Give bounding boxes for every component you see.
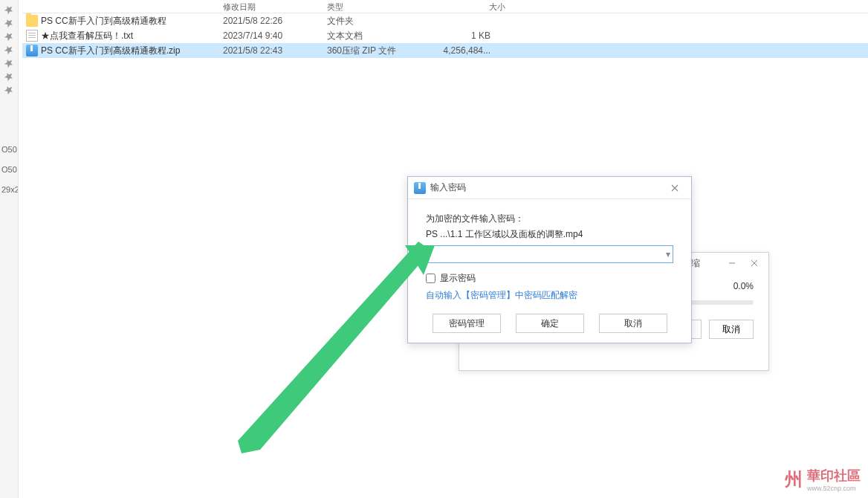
zip-icon bbox=[26, 45, 38, 56]
watermark-text: 華印社區 bbox=[807, 467, 861, 485]
dialog-titlebar[interactable]: 输入密码 bbox=[408, 177, 691, 199]
show-password-checkbox[interactable] bbox=[426, 274, 435, 283]
file-date: 2021/5/8 22:26 bbox=[223, 16, 327, 26]
close-icon bbox=[671, 184, 678, 192]
pin-icon bbox=[1, 56, 16, 71]
file-list: PS CC新手入门到高级精通教程 2021/5/8 22:26 文件夹 ★点我查… bbox=[22, 13, 868, 58]
ok-button[interactable]: 确定 bbox=[516, 314, 584, 333]
dialog-title: 输入密码 bbox=[430, 181, 466, 194]
col-header-name[interactable] bbox=[22, 0, 223, 13]
file-type: 360压缩 ZIP 文件 bbox=[327, 45, 431, 57]
pin-icon bbox=[1, 29, 16, 44]
pin-icon bbox=[1, 83, 16, 97]
arrow-annotation bbox=[234, 242, 435, 457]
sidebar-label: 29x2 bbox=[1, 185, 18, 194]
file-date: 2023/7/14 9:40 bbox=[223, 30, 327, 41]
pin-icon bbox=[1, 69, 16, 84]
cancel-button[interactable]: 取消 bbox=[599, 314, 667, 333]
file-type: 文本文档 bbox=[327, 30, 431, 42]
file-name: PS CC新手入门到高级精通教程 bbox=[41, 15, 166, 28]
file-date: 2021/5/8 22:43 bbox=[223, 45, 327, 56]
file-name: ★点我查看解压码！.txt bbox=[41, 30, 133, 42]
file-name: PS CC新手入门到高级精通教程.zip bbox=[41, 45, 180, 57]
close-button[interactable] bbox=[745, 256, 764, 271]
pin-icon bbox=[1, 16, 16, 30]
file-type: 文件夹 bbox=[327, 15, 431, 28]
file-size: 1 KB bbox=[431, 30, 505, 41]
dropdown-arrow-icon[interactable]: ▾ bbox=[666, 249, 670, 259]
password-input[interactable] bbox=[426, 245, 673, 263]
sidebar-label: O50 bbox=[1, 145, 18, 154]
quick-access-sidebar: O50 O50 29x2 bbox=[0, 0, 19, 498]
password-manage-button[interactable]: 密码管理 bbox=[433, 314, 501, 333]
zip-icon bbox=[414, 182, 426, 194]
password-dialog: 输入密码 为加密的文件输入密码： PS ...\1.1 工作区域以及面板的调整.… bbox=[407, 176, 692, 343]
show-password-checkbox-row[interactable]: 显示密码 bbox=[426, 272, 673, 285]
svg-marker-1 bbox=[238, 242, 431, 453]
auto-input-link[interactable]: 自动输入【密码管理】中密码匹配解密 bbox=[426, 289, 577, 302]
watermark-logo-icon: 州 bbox=[785, 468, 803, 491]
file-size: 4,256,484... bbox=[431, 45, 505, 56]
sidebar-label: O50 bbox=[1, 165, 18, 174]
watermark: 州 華印社區 www.52cnp.com bbox=[785, 467, 861, 492]
col-header-date[interactable]: 修改日期 bbox=[223, 0, 327, 13]
dialog-prompt: 为加密的文件输入密码： bbox=[426, 213, 673, 225]
pin-icon bbox=[1, 2, 16, 17]
minimize-button[interactable] bbox=[722, 256, 742, 271]
close-button[interactable] bbox=[664, 180, 685, 196]
show-password-label: 显示密码 bbox=[440, 272, 476, 285]
col-header-size[interactable]: 大小 bbox=[431, 0, 505, 13]
file-row[interactable]: PS CC新手入门到高级精通教程 2021/5/8 22:26 文件夹 bbox=[22, 13, 868, 28]
col-header-type[interactable]: 类型 bbox=[327, 0, 431, 13]
document-icon bbox=[26, 30, 38, 42]
watermark-url: www.52cnp.com bbox=[807, 485, 861, 492]
file-list-headers: 修改日期 类型 大小 bbox=[22, 0, 868, 13]
folder-icon bbox=[26, 15, 38, 27]
cancel-button[interactable]: 取消 bbox=[709, 320, 754, 339]
file-row[interactable]: PS CC新手入门到高级精通教程.zip 2021/5/8 22:43 360压… bbox=[22, 43, 868, 58]
pin-icon bbox=[1, 42, 16, 57]
file-row[interactable]: ★点我查看解压码！.txt 2023/7/14 9:40 文本文档 1 KB bbox=[22, 28, 868, 43]
dialog-filepath: PS ...\1.1 工作区域以及面板的调整.mp4 bbox=[426, 228, 673, 241]
